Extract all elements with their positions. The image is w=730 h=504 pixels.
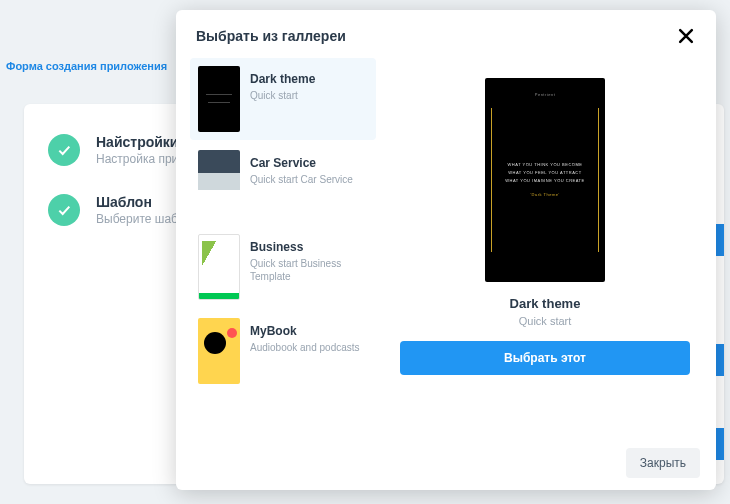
- template-item-title: MyBook: [250, 324, 360, 338]
- close-button[interactable]: Закрыть: [626, 448, 700, 478]
- preview-image: Pentrient WHAT YOU THINK YOU BECOME WHAT…: [485, 78, 605, 282]
- check-icon: [48, 194, 80, 226]
- template-item-2[interactable]: BusinessQuick start Business Template: [190, 226, 376, 308]
- template-thumb: [198, 318, 240, 384]
- template-list[interactable]: Dark themeQuick startCar ServiceQuick st…: [190, 58, 380, 436]
- template-item-sub: Quick start: [250, 89, 315, 102]
- template-thumb: [198, 66, 240, 132]
- gallery-modal: Выбрать из галлереи Dark themeQuick star…: [176, 10, 716, 490]
- modal-footer: Закрыть: [176, 436, 716, 490]
- template-thumb: [198, 234, 240, 300]
- close-icon[interactable]: [676, 26, 696, 46]
- breadcrumb-link[interactable]: Форма создания приложения: [6, 60, 167, 72]
- template-item-0[interactable]: Dark themeQuick start: [190, 58, 376, 140]
- modal-header: Выбрать из галлереи: [176, 10, 716, 58]
- modal-title: Выбрать из галлереи: [196, 28, 346, 44]
- preview-text: WHAT YOU THINK YOU BECOME WHAT YOU FEEL …: [505, 161, 585, 199]
- template-thumb: [198, 150, 240, 216]
- modal-body: Dark themeQuick startCar ServiceQuick st…: [176, 58, 716, 436]
- template-item-title: Car Service: [250, 156, 353, 170]
- preview-sub: Quick start: [519, 315, 572, 327]
- check-icon: [48, 134, 80, 166]
- template-item-title: Business: [250, 240, 368, 254]
- preview-title: Dark theme: [510, 296, 581, 311]
- preview-brand: Pentrient: [535, 92, 556, 97]
- select-template-button[interactable]: Выбрать этот: [400, 341, 690, 375]
- template-item-1[interactable]: Car ServiceQuick start Car Service: [190, 142, 376, 224]
- template-item-sub: Audiobook and podcasts: [250, 341, 360, 354]
- template-item-sub: Quick start Business Template: [250, 257, 368, 283]
- template-item-sub: Quick start Car Service: [250, 173, 353, 186]
- template-item-3[interactable]: MyBookAudiobook and podcasts: [190, 310, 376, 392]
- template-item-title: Dark theme: [250, 72, 315, 86]
- preview-pane: Pentrient WHAT YOU THINK YOU BECOME WHAT…: [388, 58, 702, 436]
